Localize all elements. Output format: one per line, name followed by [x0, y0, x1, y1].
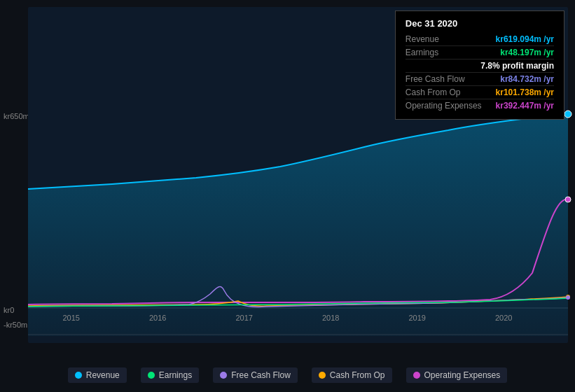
legend-dot-fcf — [220, 372, 227, 379]
tooltip-date: Dec 31 2020 — [406, 18, 554, 29]
legend-label-cashfromop: Cash From Op — [330, 370, 385, 380]
tooltip-box: Dec 31 2020 Revenue kr619.094m /yr Earni… — [395, 10, 564, 120]
tooltip-label-earnings: Earnings — [406, 48, 438, 57]
tooltip-value-revenue: kr619.094m /yr — [496, 34, 554, 44]
legend-item-revenue[interactable]: Revenue — [68, 368, 127, 383]
legend-item-cashfromop[interactable]: Cash From Op — [312, 368, 392, 383]
tooltip-value-earnings: kr48.197m /yr — [500, 48, 554, 57]
tooltip-value-profit-margin: 7.8% profit margin — [480, 61, 554, 71]
tooltip-row-earnings: Earnings kr48.197m /yr — [406, 46, 554, 59]
x-axis: 2015 2016 2017 2018 2019 2020 — [0, 314, 575, 322]
legend-item-fcf[interactable]: Free Cash Flow — [213, 368, 298, 383]
legend-label-fcf: Free Cash Flow — [231, 370, 291, 380]
tooltip-label-fcf: Free Cash Flow — [406, 74, 465, 84]
chart-area: kr650m kr0 -kr50m — [0, 0, 575, 357]
legend-item-opex[interactable]: Operating Expenses — [406, 368, 508, 383]
svg-point-3 — [565, 197, 571, 202]
legend-label-revenue: Revenue — [86, 370, 120, 380]
legend: Revenue Earnings Free Cash Flow Cash Fro… — [0, 362, 575, 388]
legend-dot-earnings — [148, 372, 155, 379]
legend-label-opex: Operating Expenses — [424, 370, 501, 380]
x-label-2018: 2018 — [322, 314, 339, 322]
x-label-2017: 2017 — [236, 314, 253, 322]
tooltip-value-cashfromop: kr101.738m /yr — [496, 88, 554, 97]
x-label-2016: 2016 — [149, 314, 166, 322]
tooltip-label-cashfromop: Cash From Op — [406, 88, 461, 97]
legend-label-earnings: Earnings — [159, 370, 192, 380]
legend-dot-revenue — [75, 372, 82, 379]
tooltip-row-fcf: Free Cash Flow kr84.732m /yr — [406, 73, 554, 86]
legend-dot-cashfromop — [319, 372, 326, 379]
tooltip-row-revenue: Revenue kr619.094m /yr — [406, 33, 554, 46]
x-label-2020: 2020 — [495, 314, 512, 322]
tooltip-value-fcf: kr84.732m /yr — [500, 74, 554, 84]
tooltip-row-opex: Operating Expenses kr392.447m /yr — [406, 99, 554, 112]
legend-dot-opex — [413, 372, 420, 379]
x-label-2015: 2015 — [63, 314, 80, 322]
tooltip-row-cashfromop: Cash From Op kr101.738m /yr — [406, 86, 554, 99]
tooltip-row-profit-margin: 7.8% profit margin — [406, 59, 554, 73]
tooltip-label-opex: Operating Expenses — [406, 101, 482, 111]
svg-point-5 — [566, 295, 570, 300]
svg-point-2 — [564, 111, 571, 118]
tooltip-value-opex: kr392.447m /yr — [496, 101, 554, 111]
legend-item-earnings[interactable]: Earnings — [141, 368, 199, 383]
tooltip-label-revenue: Revenue — [406, 34, 439, 44]
x-label-2019: 2019 — [409, 314, 426, 322]
